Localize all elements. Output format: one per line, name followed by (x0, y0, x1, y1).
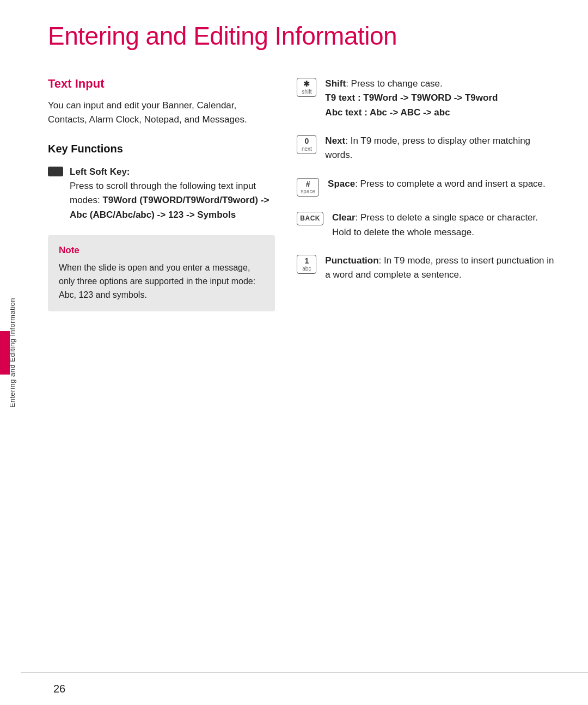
next-key-badge: 0 next (297, 135, 316, 154)
left-soft-key-icon (48, 167, 63, 176)
space-key-badge: # space (297, 178, 319, 197)
sidebar-text: Entering and Editing Information (8, 298, 16, 408)
text-input-heading: Text Input (48, 77, 275, 91)
punctuation-key-badge: 1 abc (297, 255, 316, 274)
shift-description: Shift: Press to change case. T9 text : T… (325, 77, 498, 120)
soft-key-text: Left Soft Key: Press to scroll through t… (70, 165, 275, 222)
page-wrapper: Entering and Editing Information Enterin… (0, 0, 588, 705)
right-item-next: 0 next Next: In T9 mode, press to displa… (297, 134, 555, 163)
soft-key-label: Left Soft Key: (70, 167, 130, 177)
page-title: Entering and Editing Information (48, 22, 555, 51)
note-box: Note When the slide is open and you ente… (48, 235, 275, 311)
key-functions-heading: Key Functions (48, 143, 275, 155)
intro-text: You can input and edit your Banner, Cale… (48, 99, 275, 127)
back-key-badge: BACK (297, 212, 323, 225)
shift-key-badge: ✱ shift (297, 78, 316, 97)
right-item-clear: BACK Clear: Press to delete a single spa… (297, 211, 555, 240)
soft-key-description: Press to scroll through the following te… (70, 181, 269, 220)
soft-key-item: Left Soft Key: Press to scroll through t… (48, 165, 275, 222)
right-item-shift: ✱ shift Shift: Press to change case. T9 … (297, 77, 555, 120)
space-description: Space: Press to complete a word and inse… (328, 177, 546, 191)
clear-description: Clear: Press to delete a single space or… (332, 211, 555, 240)
next-description: Next: In T9 mode, press to display other… (325, 134, 555, 163)
sidebar: Entering and Editing Information (0, 0, 21, 705)
soft-key-modes: T9Word (T9WORD/T9Word/T9word) -> Abc (AB… (70, 195, 269, 219)
left-column: Text Input You can input and edit your B… (48, 77, 291, 311)
two-col-layout: Text Input You can input and edit your B… (48, 77, 555, 311)
punctuation-description: Punctuation: In T9 mode, press to insert… (325, 254, 555, 283)
main-content: Entering and Editing Information Text In… (21, 0, 588, 705)
bottom-bar: 26 (21, 672, 588, 705)
note-text: When the slide is open and you enter a m… (59, 261, 264, 302)
note-label: Note (59, 245, 264, 256)
page-number: 26 (53, 683, 65, 695)
right-item-punctuation: 1 abc Punctuation: In T9 mode, press to … (297, 254, 555, 283)
right-column: ✱ shift Shift: Press to change case. T9 … (291, 77, 555, 311)
right-item-space: # space Space: Press to complete a word … (297, 177, 555, 197)
